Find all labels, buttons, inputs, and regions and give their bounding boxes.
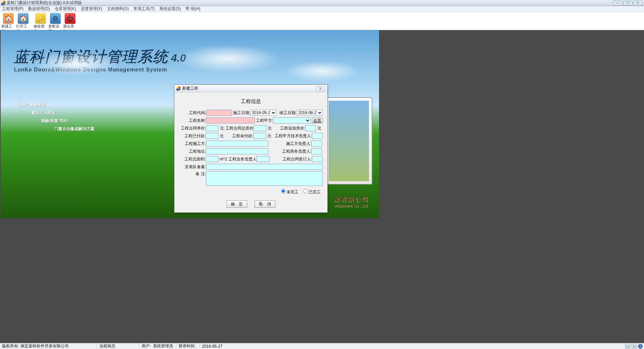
tray-icon-2[interactable]: ▭ — [632, 344, 637, 349]
label-total-price: 工程合同总造价: — [225, 126, 254, 131]
label-name: 工程名称: — [179, 118, 206, 123]
label-paid: 工程已付款: — [179, 133, 206, 139]
window-title: 蓝科门窗设计管理系统(企业版) 4.8-试用版 — [7, 0, 82, 6]
menu-project[interactable]: 工程管理(P) — [2, 6, 23, 12]
label-unit-price: 工程合同单价: — [179, 126, 206, 131]
input-tech-leader[interactable] — [312, 133, 323, 139]
label-install: 安装队备案: — [179, 164, 206, 170]
window-titlebar: 蓝科门窗设计管理系统(企业版) 4.8-试用版 — ❐ ✕ — [0, 0, 644, 6]
label-unpaid: 工程未付款: — [225, 133, 253, 139]
input-code[interactable] — [206, 110, 232, 116]
input-const-leader[interactable] — [311, 141, 322, 147]
dialog-title: 新建工程 — [182, 86, 198, 91]
status-state-label: 当前状态 — [99, 343, 115, 349]
menu-tools[interactable]: 常用工具(T) — [133, 6, 155, 12]
input-area[interactable] — [206, 156, 218, 162]
close-window-button[interactable]: ✕ — [633, 1, 643, 5]
dialog-logo-icon — [176, 87, 180, 91]
maximize-button[interactable]: ❐ — [623, 1, 633, 5]
label-area: 工程总面积: — [179, 156, 206, 162]
dialog-titlebar[interactable]: 新建工程 ✕ — [174, 85, 327, 92]
select-start-date[interactable]: 2016-05-27 — [250, 110, 276, 116]
status-bar: 版权所有: 保定蓝科软件开发有限公司 当前状态 用户: 系统管理员 登录时间: … — [0, 343, 644, 349]
gear-icon: ⚙ — [50, 13, 61, 24]
workspace: 蓝科门窗设计管理系统4.0 LanKe Doors&Windows Design… — [0, 30, 644, 343]
label-remark: 备 注: — [179, 171, 206, 177]
radio-finished[interactable]: 已完工 — [303, 190, 321, 194]
label-party-a: 工程甲方: — [255, 118, 273, 123]
input-unit-price[interactable] — [206, 125, 219, 131]
party-a-set-button[interactable]: 设置 — [312, 117, 323, 123]
status-radio-group: 未完工 已完工 — [179, 187, 323, 195]
label-constructor: 工程施工方: — [179, 141, 206, 147]
splash-slogans: 工程计算标准化 门窗设计人性化 准确 快速 节约 门窗企业集成解决方案 — [17, 101, 95, 133]
new-project-dialog: 新建工程 ✕ 工程信息 工程代码: 施工日期: 2016-05-27 竣工日期:… — [174, 85, 328, 213]
textarea-remark[interactable] — [206, 171, 323, 186]
input-add-price[interactable] — [305, 125, 316, 131]
tray-help-icon[interactable]: ? — [638, 344, 643, 349]
dialog-close-button[interactable]: ✕ — [315, 86, 325, 91]
input-name[interactable] — [206, 117, 255, 123]
status-copyright: 保定蓝科软件开发有限公司 — [20, 343, 69, 349]
input-unpaid[interactable] — [253, 133, 266, 139]
menu-bar: 工程管理(P) 数据管理(D) 仓库管理(K) 进度管理(X) 文档资料(G) … — [0, 6, 644, 12]
radio-unfinished[interactable]: 未完工 — [281, 190, 299, 194]
splash-title: 蓝科门窗设计管理系统4.0 LanKe Doors&Windows Design… — [14, 47, 186, 73]
label-address: 工程地址: — [179, 149, 206, 154]
home-icon: 🏠 — [3, 13, 14, 24]
menu-warehouse[interactable]: 仓库管理(K) — [55, 6, 76, 12]
status-tray: ▭ ▭ ? — [625, 344, 644, 349]
minimize-button[interactable]: — — [613, 1, 623, 5]
label-end-date: 竣工日期: — [276, 110, 297, 116]
cancel-button[interactable]: 取 消 — [255, 200, 275, 208]
label-code: 工程代码: — [179, 110, 206, 116]
menu-help[interactable]: 帮 助(H) — [185, 6, 200, 12]
input-constructor[interactable] — [206, 141, 268, 147]
input-sign-leader[interactable] — [312, 156, 323, 162]
input-install[interactable] — [206, 164, 323, 170]
input-address[interactable] — [206, 148, 268, 154]
label-sign-leader: 工程合同签订人: — [269, 156, 312, 162]
menu-data[interactable]: 数据管理(D) — [28, 6, 50, 12]
status-user: 系统管理员 — [153, 343, 173, 349]
input-paid[interactable] — [206, 133, 218, 139]
input-sales-leader[interactable] — [257, 156, 269, 162]
label-add-price: 工程追加造价: — [273, 126, 305, 131]
main-toolbar: 🏠新建工程 🏠打开工程 🔑修改密码 ⚙参数设置 ⏻退出系统 — [0, 12, 644, 30]
folder-icon: 🏠 — [18, 13, 29, 24]
label-biz-leader: 工程商务负责人: — [268, 149, 311, 154]
key-icon: 🔑 — [35, 13, 46, 24]
app-logo-icon — [1, 1, 5, 5]
ok-button[interactable]: 确 定 — [226, 200, 247, 208]
label-start-date: 施工日期: — [232, 110, 250, 116]
company-label: 发有限公司 velopment Co., Ltd. — [334, 195, 369, 208]
menu-settings[interactable]: 系统设置(S) — [159, 6, 181, 12]
label-const-leader: 施工方负责人: — [268, 141, 311, 147]
select-party-a[interactable] — [273, 117, 311, 123]
select-end-date[interactable]: 2016-06-27 — [297, 110, 323, 116]
label-tech-leader: 工程甲方技术负责人: — [273, 133, 312, 139]
power-icon: ⏻ — [65, 13, 75, 24]
window-illustration — [325, 97, 372, 185]
menu-progress[interactable]: 进度管理(X) — [81, 6, 102, 12]
status-login-time: 2016-05-27 — [202, 344, 222, 349]
menu-docs[interactable]: 文档资料(G) — [107, 6, 129, 12]
input-biz-leader[interactable] — [311, 148, 322, 154]
label-sales-leader: 工程业务负责人: — [228, 156, 257, 162]
input-total-price[interactable] — [254, 125, 266, 131]
tray-icon-1[interactable]: ▭ — [625, 344, 631, 349]
dialog-heading: 工程信息 — [179, 96, 323, 109]
